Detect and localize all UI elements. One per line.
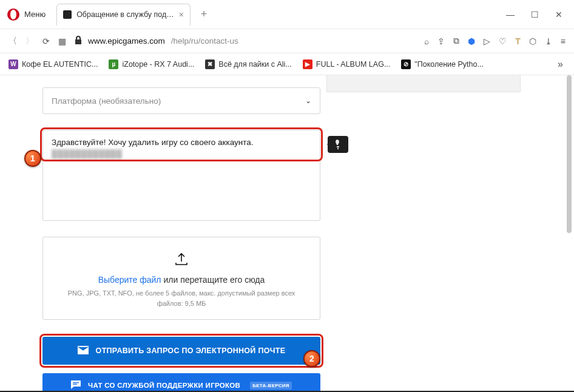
tab-title: Обращение в службу под…: [76, 10, 174, 19]
bookmark-favicon-icon: ✖: [205, 59, 215, 69]
cube-icon[interactable]: ⬡: [529, 36, 536, 46]
message-text-redacted: ████████████: [52, 149, 311, 158]
scrollbar[interactable]: [566, 75, 572, 387]
hint-tooltip[interactable]: [328, 136, 348, 153]
opera-logo-icon: [7, 8, 19, 21]
t-extension-icon[interactable]: T: [515, 36, 521, 46]
svg-rect-1: [73, 384, 77, 385]
page-viewport: Платформа (необязательно) ⌄ Здравствуйте…: [0, 75, 574, 392]
download-icon[interactable]: ⤓: [545, 36, 552, 46]
new-tab-button[interactable]: +: [197, 8, 211, 21]
beta-badge: БЕТА-ВЕРСИЯ: [250, 382, 292, 390]
bookmark-item[interactable]: ⊘"Поколение Pytho...: [401, 59, 484, 69]
contact-form: Платформа (необязательно) ⌄ Здравствуйте…: [42, 87, 320, 392]
nav-reload-button[interactable]: ⟳: [42, 36, 50, 46]
share-icon[interactable]: ⇪: [437, 36, 445, 46]
bookmark-favicon-icon: ▶: [303, 59, 312, 69]
upload-instruction: Выберите файл или перетащите его сюда: [55, 275, 308, 285]
url-host: www.epicgames.com: [88, 36, 165, 46]
nav-back-button[interactable]: 〈: [8, 36, 17, 47]
bookmark-item[interactable]: ▶FULL - ALBUM LAG...: [303, 59, 391, 69]
search-icon[interactable]: ⌕: [424, 36, 429, 46]
annotation-step-1: 1: [24, 150, 41, 167]
choose-file-link[interactable]: Выберите файл: [98, 275, 161, 285]
bookmark-item[interactable]: ✖Всё для пайки с Ali...: [205, 59, 292, 69]
bookmark-item[interactable]: µiZotope - RX 7 Audi...: [109, 59, 194, 69]
window-close-icon[interactable]: ✕: [555, 10, 563, 19]
chevron-down-icon: ⌄: [305, 96, 311, 105]
platform-select-placeholder: Платформа (необязательно): [52, 96, 161, 106]
bookmark-favicon-icon: W: [8, 59, 18, 69]
message-text: Здравствуйте! Хочу удалить игру со своег…: [52, 138, 311, 147]
nav-forward-button[interactable]: 〉: [25, 36, 34, 47]
window-titlebar: Меню Обращение в службу под… × + — ☐ ✕: [0, 0, 574, 29]
annotation-step-2: 2: [303, 350, 320, 367]
bookmark-favicon-icon: ⊘: [401, 59, 411, 69]
message-textarea[interactable]: Здравствуйте! Хочу удалить игру со своег…: [42, 130, 320, 221]
tab-close-icon[interactable]: ×: [179, 10, 184, 19]
window-border: [0, 390, 574, 392]
url-path: /help/ru/contact-us: [171, 36, 238, 46]
upload-hint: PNG, JPG, TXT, NFO, не более 5 файлов, м…: [55, 288, 308, 308]
browser-toolbar: 〈 〉 ⟳ ▦ www.epicgames.com/help/ru/contac…: [0, 29, 574, 53]
play-icon[interactable]: ▷: [484, 36, 490, 46]
shield-icon[interactable]: ⬢: [468, 36, 475, 46]
speed-dial-icon[interactable]: ▦: [58, 36, 66, 46]
upload-icon: [174, 252, 189, 269]
tab-favicon-icon: [63, 10, 72, 19]
easy-setup-icon[interactable]: ≡: [561, 36, 566, 46]
lock-icon: [75, 36, 82, 46]
svg-rect-0: [73, 382, 79, 383]
bookmarks-overflow-button[interactable]: »: [558, 59, 566, 70]
browser-tab-active[interactable]: Обращение в службу под… ×: [56, 4, 191, 25]
bookmark-favicon-icon: µ: [109, 59, 118, 69]
submit-email-label: ОТПРАВИТЬ ЗАПРОС ПО ЭЛЕКТРОННОЙ ПОЧТЕ: [96, 346, 286, 355]
window-minimize-icon[interactable]: —: [506, 10, 515, 19]
browser-menu-button[interactable]: Меню: [24, 10, 46, 19]
window-maximize-icon[interactable]: ☐: [530, 10, 539, 19]
bookmark-item[interactable]: WКофе EL AUTENTIC...: [8, 59, 98, 69]
submit-email-button[interactable]: ОТПРАВИТЬ ЗАПРОС ПО ЭЛЕКТРОННОЙ ПОЧТЕ: [42, 337, 320, 365]
camera-icon[interactable]: ⧉: [453, 36, 459, 46]
scrollbar-thumb[interactable]: [567, 75, 572, 233]
chat-support-label: ЧАТ СО СЛУЖБОЙ ПОДДЕРЖКИ ИГРОКОВ: [88, 382, 240, 389]
mail-icon: [78, 346, 89, 356]
platform-select[interactable]: Платформа (необязательно) ⌄: [42, 87, 320, 114]
file-upload-dropzone[interactable]: Выберите файл или перетащите его сюда PN…: [42, 237, 320, 320]
bookmarks-bar: WКофе EL AUTENTIC... µiZotope - RX 7 Aud…: [0, 53, 574, 75]
chat-icon: [71, 380, 81, 390]
address-bar[interactable]: www.epicgames.com/help/ru/contact-us: [75, 36, 416, 46]
heart-icon[interactable]: ♡: [499, 36, 507, 46]
